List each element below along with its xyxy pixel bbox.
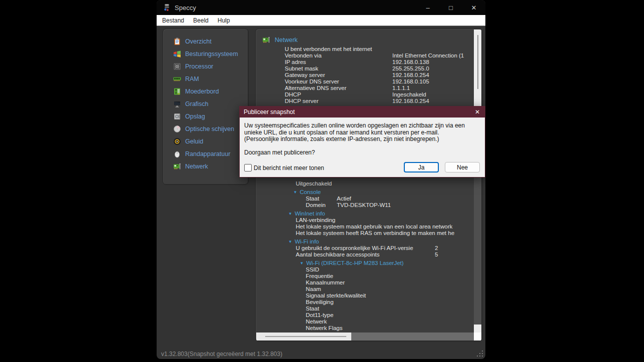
- row-label: Beveiliging: [306, 299, 334, 305]
- resize-grip[interactable]: [476, 350, 483, 356]
- row-label: LAN-verbinding: [296, 217, 335, 223]
- dialog-question: Doorgaan met publiceren?: [244, 150, 480, 156]
- row-value: 192.168.0.254: [392, 98, 429, 104]
- row-label: DHCP server: [285, 98, 392, 104]
- row-label: Gateway server: [285, 72, 392, 78]
- tree-row: StaatActief: [256, 196, 474, 202]
- dialog-message-line2: (Persoonlijke informatie, zoals externe …: [244, 136, 480, 143]
- menu-beeld[interactable]: Beeld: [189, 15, 213, 26]
- tree-section-header[interactable]: ▼Wi-Fi info: [256, 238, 474, 245]
- tree-section-header[interactable]: ▼Console: [256, 189, 474, 196]
- tree-section-header[interactable]: ▼WinInet info: [256, 210, 474, 217]
- minimize-button[interactable]: –: [416, 0, 439, 15]
- row-label: Staat: [306, 306, 319, 312]
- network-icon: [262, 36, 270, 44]
- sidebar-item-overzicht[interactable]: Overzicht: [163, 35, 248, 48]
- tree-row: DHCP server192.168.0.254: [256, 98, 474, 104]
- row-label: Naam: [306, 286, 321, 292]
- sidebar-item-opslag[interactable]: Opslag: [163, 110, 248, 122]
- harddrive-icon: [173, 112, 181, 120]
- tree-section-header[interactable]: ▼Wi-Fi (DIRECT-8c-HP M283 LaserJet): [256, 260, 474, 266]
- row-label: DHCP: [285, 92, 392, 98]
- scrollbar-corner: [474, 332, 481, 340]
- horizontal-scrollbar-thumb[interactable]: [256, 332, 351, 340]
- status-bar-text: v1.32.803(Snapshot gecreëerd met 1.32.80…: [161, 350, 282, 358]
- row-label: U bent verbonden met het internet: [285, 46, 372, 52]
- no-button[interactable]: Nee: [445, 162, 480, 172]
- row-value: 1.1.1.1: [392, 85, 410, 91]
- row-label: Verbonden via: [285, 52, 392, 59]
- sidebar-item-besturingssysteem[interactable]: Besturingssysteem: [163, 48, 248, 60]
- row-label: Console: [300, 189, 321, 195]
- mouse-icon: [173, 150, 181, 158]
- maximize-button[interactable]: □: [439, 0, 462, 15]
- row-label: Kanaalnummer: [306, 280, 345, 286]
- tree-row: Gateway server192.168.0.254: [256, 72, 474, 78]
- dont-show-again-label: Dit bericht niet meer tonen: [254, 164, 324, 172]
- network-section-header: Netwerk: [262, 36, 298, 44]
- monitor-icon: [173, 100, 181, 108]
- row-label: Signaal sterkte/kwaliteit: [306, 292, 366, 298]
- tree-row: Netwerk: [256, 318, 474, 325]
- sidebar-item-label: Opslag: [185, 113, 205, 120]
- sidebar-item-ram[interactable]: RAM: [163, 72, 248, 85]
- tree-row: Uitgeschakeld: [256, 180, 474, 187]
- window-controls: – □ ✕: [416, 0, 485, 15]
- row-value: 192.168.0.254: [392, 72, 429, 78]
- publish-snapshot-dialog: Publiceer snapshot ✕ Uw systeemspecifica…: [239, 106, 485, 178]
- row-value: TVD-DESKTOP-W11: [337, 202, 391, 208]
- tree-row: Het lokale systeem heeft RAS om verbindi…: [256, 230, 474, 236]
- sidebar-item-label: Moederbord: [185, 88, 219, 95]
- menu-bestand[interactable]: Bestand: [158, 15, 189, 26]
- speccy-app-icon: [163, 4, 171, 12]
- tree-row: LAN-verbinding: [256, 217, 474, 224]
- tree-row: U gebruikt de oorspronkelijke Wi-Fi API-…: [256, 245, 474, 252]
- sidebar-item-grafisch[interactable]: Grafisch: [163, 98, 248, 110]
- row-label: Uitgeschakeld: [296, 180, 332, 186]
- collapse-arrow-icon[interactable]: ▼: [293, 189, 297, 196]
- row-value: 5: [435, 252, 438, 258]
- row-label: Wi-Fi info: [295, 238, 319, 244]
- network-detail-tree: U bent verbonden met het internetVerbond…: [256, 46, 474, 332]
- sidebar-panel: OverzichtBesturingssysteemProcessorRAMMo…: [163, 28, 249, 185]
- sidebar-item-optische-schijven[interactable]: Optische schijven: [163, 122, 248, 135]
- row-value: 192.168.0.105: [392, 78, 429, 84]
- windows-icon: [173, 50, 181, 58]
- menu-hulp[interactable]: Hulp: [213, 15, 235, 26]
- row-value: Ingeschakeld: [392, 92, 426, 98]
- close-button[interactable]: ✕: [462, 0, 485, 15]
- sidebar-item-label: Optische schijven: [185, 126, 234, 132]
- clipboard-icon: [173, 38, 181, 46]
- row-label: Subnet mask: [285, 66, 392, 72]
- sidebar-item-randapparatuur[interactable]: Randapparatuur: [163, 148, 248, 160]
- network-section-title: Netwerk: [275, 36, 298, 44]
- collapse-arrow-icon[interactable]: ▼: [288, 238, 292, 245]
- sidebar-item-geluid[interactable]: Geluid: [163, 135, 248, 148]
- row-label: Netwerk Flags: [306, 325, 343, 331]
- tree-row: Subnet mask255.255.255.0: [256, 66, 474, 72]
- dont-show-again-checkbox[interactable]: [244, 164, 252, 172]
- dont-show-again-row: Dit bericht niet meer tonen: [244, 164, 324, 172]
- yes-button[interactable]: Ja: [404, 162, 439, 172]
- sidebar-item-processor[interactable]: Processor: [163, 60, 248, 72]
- sidebar-item-label: Besturingssysteem: [185, 50, 238, 58]
- row-label: Alternatieve DNS server: [285, 85, 392, 92]
- vertical-scrollbar-bottom[interactable]: [474, 324, 481, 332]
- sidebar-item-label: RAM: [185, 76, 199, 82]
- cpu-icon: [173, 62, 181, 70]
- sidebar-item-moederbord[interactable]: Moederbord: [163, 85, 248, 98]
- sidebar-item-netwerk[interactable]: Netwerk: [163, 160, 248, 172]
- tree-row: SSID: [256, 266, 474, 273]
- row-label: Netwerk: [306, 318, 327, 324]
- sidebar-item-label: Processor: [185, 63, 213, 70]
- collapse-arrow-icon[interactable]: ▼: [300, 260, 304, 266]
- vertical-scrollbar[interactable]: [474, 30, 481, 332]
- title-bar: Speccy – □ ✕: [157, 0, 485, 15]
- dialog-close-icon[interactable]: ✕: [470, 106, 485, 118]
- tree-row: Beveiliging: [256, 299, 474, 306]
- collapse-arrow-icon[interactable]: ▼: [288, 210, 292, 217]
- horizontal-scrollbar[interactable]: [256, 332, 474, 340]
- tree-row: IP adres192.168.0.138: [256, 59, 474, 66]
- dialog-title: Publiceer snapshot: [244, 108, 295, 116]
- tree-row: Voorkeur DNS server192.168.0.105: [256, 78, 474, 85]
